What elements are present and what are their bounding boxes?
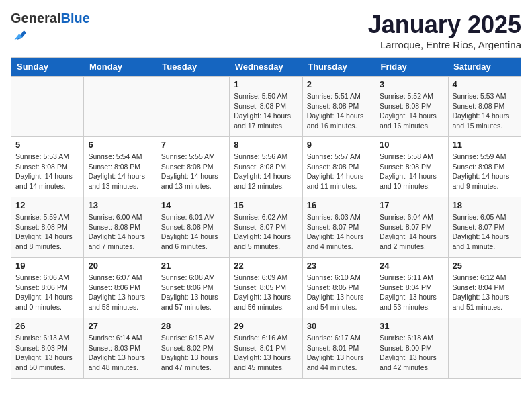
day-number: 27 [88,321,152,331]
calendar-day-cell: 7Sunrise: 5:55 AM Sunset: 8:08 PM Daylig… [157,137,229,197]
day-number: 17 [380,200,443,210]
calendar-day-cell: 17Sunrise: 6:04 AM Sunset: 8:07 PM Dayli… [375,197,448,258]
day-info: Sunrise: 5:53 AM Sunset: 8:08 PM Dayligh… [15,152,79,191]
calendar-day-cell: 26Sunrise: 6:13 AM Sunset: 8:03 PM Dayli… [11,318,84,379]
calendar-day-cell: 5Sunrise: 5:53 AM Sunset: 8:08 PM Daylig… [11,137,84,197]
day-number: 22 [234,261,298,271]
weekday-header-cell: Tuesday [157,58,229,77]
day-number: 6 [88,140,152,150]
day-number: 19 [15,261,79,271]
calendar-day-cell: 4Sunrise: 5:53 AM Sunset: 8:08 PM Daylig… [448,77,521,137]
calendar-day-cell [157,77,229,137]
calendar-week-row: 12Sunrise: 5:59 AM Sunset: 8:08 PM Dayli… [11,197,521,258]
day-number: 21 [161,261,225,271]
day-info: Sunrise: 6:15 AM Sunset: 8:02 PM Dayligh… [161,333,225,373]
calendar-day-cell: 2Sunrise: 5:51 AM Sunset: 8:08 PM Daylig… [302,77,375,137]
day-info: Sunrise: 6:09 AM Sunset: 8:05 PM Dayligh… [234,273,298,312]
day-number: 24 [380,261,443,271]
day-number: 1 [234,79,298,89]
calendar-day-cell: 15Sunrise: 6:02 AM Sunset: 8:07 PM Dayli… [230,197,302,258]
calendar-day-cell: 6Sunrise: 5:54 AM Sunset: 8:08 PM Daylig… [84,137,157,197]
day-info: Sunrise: 6:07 AM Sunset: 8:06 PM Dayligh… [88,273,152,312]
day-number: 4 [453,79,517,89]
calendar-day-cell: 22Sunrise: 6:09 AM Sunset: 8:05 PM Dayli… [230,258,302,318]
calendar-day-cell: 12Sunrise: 5:59 AM Sunset: 8:08 PM Dayli… [11,197,84,258]
calendar-week-row: 1Sunrise: 5:50 AM Sunset: 8:08 PM Daylig… [11,77,521,137]
calendar-week-row: 5Sunrise: 5:53 AM Sunset: 8:08 PM Daylig… [11,137,521,197]
calendar-day-cell: 23Sunrise: 6:10 AM Sunset: 8:05 PM Dayli… [302,258,375,318]
calendar-day-cell: 16Sunrise: 6:03 AM Sunset: 8:07 PM Dayli… [302,197,375,258]
day-info: Sunrise: 6:08 AM Sunset: 8:06 PM Dayligh… [161,273,225,312]
day-info: Sunrise: 5:58 AM Sunset: 8:08 PM Dayligh… [380,152,443,191]
day-info: Sunrise: 5:52 AM Sunset: 8:08 PM Dayligh… [380,91,443,131]
calendar-table: SundayMondayTuesdayWednesdayThursdayFrid… [11,57,521,379]
calendar-day-cell: 10Sunrise: 5:58 AM Sunset: 8:08 PM Dayli… [375,137,448,197]
calendar-day-cell: 20Sunrise: 6:07 AM Sunset: 8:06 PM Dayli… [84,258,157,318]
day-info: Sunrise: 6:11 AM Sunset: 8:04 PM Dayligh… [380,273,443,312]
calendar-week-row: 19Sunrise: 6:06 AM Sunset: 8:06 PM Dayli… [11,258,521,318]
day-info: Sunrise: 6:12 AM Sunset: 8:04 PM Dayligh… [453,273,517,312]
day-info: Sunrise: 5:56 AM Sunset: 8:08 PM Dayligh… [234,152,298,191]
day-number: 29 [234,321,298,331]
calendar-day-cell [448,318,521,379]
calendar-day-cell: 25Sunrise: 6:12 AM Sunset: 8:04 PM Dayli… [448,258,521,318]
day-number: 15 [234,200,298,210]
calendar-day-cell: 24Sunrise: 6:11 AM Sunset: 8:04 PM Dayli… [375,258,448,318]
weekday-header-cell: Thursday [302,58,375,77]
calendar-day-cell: 1Sunrise: 5:50 AM Sunset: 8:08 PM Daylig… [230,77,302,137]
calendar-day-cell: 27Sunrise: 6:14 AM Sunset: 8:03 PM Dayli… [84,318,157,379]
day-number: 26 [15,321,79,331]
day-number: 11 [453,140,517,150]
day-info: Sunrise: 6:16 AM Sunset: 8:01 PM Dayligh… [234,333,298,373]
calendar-body: 1Sunrise: 5:50 AM Sunset: 8:08 PM Daylig… [11,77,521,379]
day-info: Sunrise: 6:02 AM Sunset: 8:07 PM Dayligh… [234,212,298,252]
day-number: 9 [307,140,371,150]
weekday-header-cell: Wednesday [230,58,302,77]
calendar-day-cell: 13Sunrise: 6:00 AM Sunset: 8:08 PM Dayli… [84,197,157,258]
page-header: GeneralBlue January 2025 Larroque, Entre… [11,11,521,50]
day-number: 12 [15,200,79,210]
weekday-header-cell: Saturday [448,58,521,77]
day-info: Sunrise: 5:51 AM Sunset: 8:08 PM Dayligh… [307,91,371,131]
day-info: Sunrise: 5:59 AM Sunset: 8:08 PM Dayligh… [15,212,79,252]
day-info: Sunrise: 5:55 AM Sunset: 8:08 PM Dayligh… [161,152,225,191]
day-number: 13 [88,200,152,210]
day-info: Sunrise: 6:18 AM Sunset: 8:00 PM Dayligh… [380,333,443,373]
calendar-day-cell: 9Sunrise: 5:57 AM Sunset: 8:08 PM Daylig… [302,137,375,197]
logo-general-text: General [11,11,60,26]
logo: GeneralBlue [11,11,90,47]
calendar-day-cell: 30Sunrise: 6:17 AM Sunset: 8:01 PM Dayli… [302,318,375,379]
day-number: 30 [307,321,371,331]
calendar-day-cell: 19Sunrise: 6:06 AM Sunset: 8:06 PM Dayli… [11,258,84,318]
day-info: Sunrise: 6:10 AM Sunset: 8:05 PM Dayligh… [307,273,371,312]
calendar-day-cell: 28Sunrise: 6:15 AM Sunset: 8:02 PM Dayli… [157,318,229,379]
calendar-day-cell: 29Sunrise: 6:16 AM Sunset: 8:01 PM Dayli… [230,318,302,379]
day-number: 2 [307,79,371,89]
day-number: 16 [307,200,371,210]
logo-blue-text: Blue [60,11,89,26]
title-block: January 2025 Larroque, Entre Rios, Argen… [368,11,521,50]
day-info: Sunrise: 5:54 AM Sunset: 8:08 PM Dayligh… [88,152,152,191]
day-info: Sunrise: 6:13 AM Sunset: 8:03 PM Dayligh… [15,333,79,373]
weekday-header-cell: Friday [375,58,448,77]
day-number: 5 [15,140,79,150]
day-info: Sunrise: 6:05 AM Sunset: 8:07 PM Dayligh… [453,212,517,252]
day-info: Sunrise: 6:14 AM Sunset: 8:03 PM Dayligh… [88,333,152,373]
day-info: Sunrise: 6:00 AM Sunset: 8:08 PM Dayligh… [88,212,152,252]
day-number: 10 [380,140,443,150]
day-info: Sunrise: 5:59 AM Sunset: 8:08 PM Dayligh… [453,152,517,191]
calendar-day-cell [11,77,84,137]
calendar-day-cell: 31Sunrise: 6:18 AM Sunset: 8:00 PM Dayli… [375,318,448,379]
day-info: Sunrise: 5:53 AM Sunset: 8:08 PM Dayligh… [453,91,517,131]
day-number: 7 [161,140,225,150]
weekday-header-cell: Monday [84,58,157,77]
day-number: 8 [234,140,298,150]
day-info: Sunrise: 5:50 AM Sunset: 8:08 PM Dayligh… [234,91,298,131]
calendar-day-cell: 14Sunrise: 6:01 AM Sunset: 8:08 PM Dayli… [157,197,229,258]
day-info: Sunrise: 6:04 AM Sunset: 8:07 PM Dayligh… [380,212,443,252]
day-info: Sunrise: 5:57 AM Sunset: 8:08 PM Dayligh… [307,152,371,191]
day-info: Sunrise: 6:06 AM Sunset: 8:06 PM Dayligh… [15,273,79,312]
day-number: 3 [380,79,443,89]
day-info: Sunrise: 6:03 AM Sunset: 8:07 PM Dayligh… [307,212,371,252]
day-number: 14 [161,200,225,210]
